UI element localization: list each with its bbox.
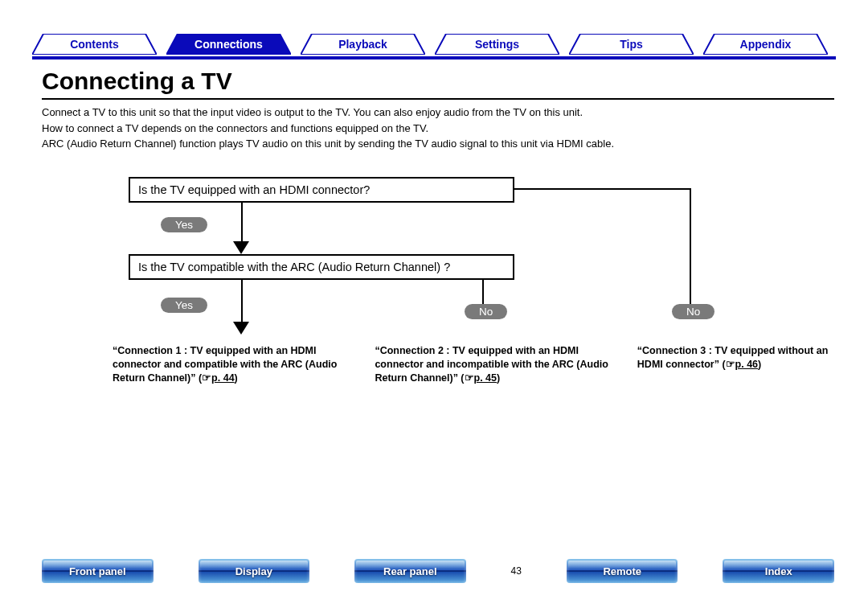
connection-3[interactable]: “Connection 3 : TV equipped without an H…: [637, 344, 834, 385]
nav-index[interactable]: Index: [723, 559, 834, 583]
flow-line: [482, 278, 484, 306]
nav-underline: [32, 56, 836, 60]
page-number: 43: [511, 565, 522, 577]
connection-2[interactable]: “Connection 2 : TV equipped with an HDMI…: [375, 344, 620, 385]
intro-line: ARC (Audio Return Channel) function play…: [42, 136, 834, 152]
title-underline: [42, 98, 834, 100]
arrow-down-icon: [233, 241, 249, 254]
tab-connections[interactable]: Connections: [166, 34, 291, 55]
flow-line: [514, 188, 691, 190]
flow-question-2: Is the TV compatible with the ARC (Audio…: [129, 254, 514, 280]
connection-options: “Connection 1 : TV equipped with an HDMI…: [113, 344, 834, 385]
flow-line: [241, 278, 243, 327]
flow-yes-1: Yes: [161, 217, 207, 232]
tab-settings[interactable]: Settings: [435, 34, 559, 55]
nav-rear-panel[interactable]: Rear panel: [354, 559, 466, 583]
flow-yes-2: Yes: [161, 298, 207, 313]
flow-line: [690, 188, 691, 306]
tab-appendix[interactable]: Appendix: [703, 34, 828, 55]
top-nav: Contents Connections Playback Settings T…: [32, 32, 836, 56]
flow-no-2: No: [672, 304, 714, 319]
arrow-down-icon: [233, 322, 249, 335]
flow-no-1: No: [465, 304, 507, 319]
svg-marker-1: [233, 322, 249, 335]
nav-remote[interactable]: Remote: [567, 559, 678, 583]
tab-tips[interactable]: Tips: [569, 34, 694, 55]
nav-front-panel[interactable]: Front panel: [42, 559, 154, 583]
connection-1[interactable]: “Connection 1 : TV equipped with an HDMI…: [113, 344, 358, 385]
bottom-nav: Front panel Display Rear panel 43 Remote…: [42, 557, 834, 585]
nav-display[interactable]: Display: [199, 559, 310, 583]
flow-question-1: Is the TV equipped with an HDMI connecto…: [129, 177, 514, 203]
intro-line: How to connect a TV depends on the conne…: [42, 121, 834, 137]
tab-contents[interactable]: Contents: [32, 34, 157, 55]
intro-text: Connect a TV to this unit so that the in…: [42, 105, 834, 152]
page-title: Connecting a TV: [42, 68, 232, 95]
tab-playback[interactable]: Playback: [301, 34, 425, 55]
svg-marker-0: [233, 241, 249, 254]
intro-line: Connect a TV to this unit so that the in…: [42, 105, 834, 121]
